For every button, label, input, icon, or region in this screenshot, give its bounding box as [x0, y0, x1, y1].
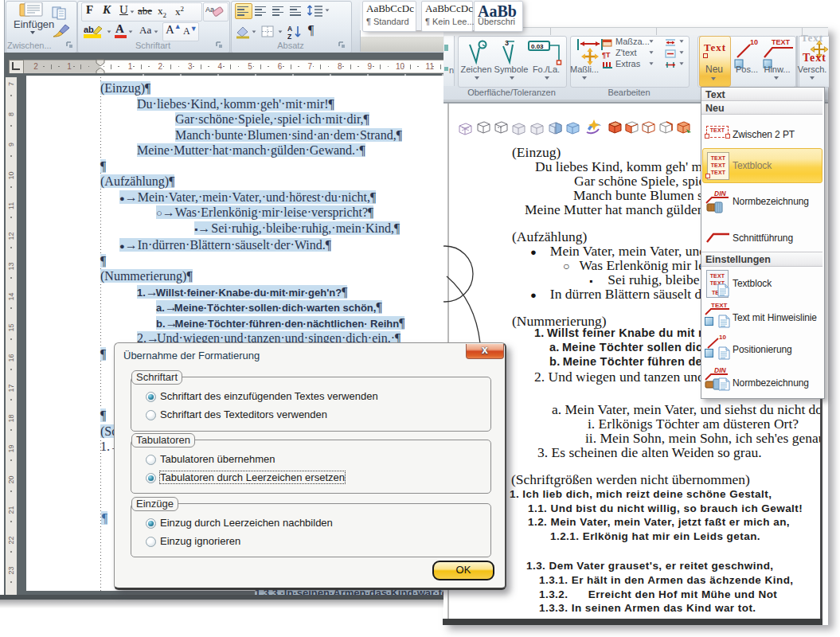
- svg-text:DIN: DIN: [714, 366, 727, 374]
- svg-text:10: 10: [719, 334, 726, 341]
- svg-text:3: 3: [505, 39, 509, 47]
- svg-text:DIN: DIN: [714, 190, 727, 197]
- svg-text:10: 10: [750, 38, 758, 46]
- svg-text:TEXT: TEXT: [772, 38, 791, 46]
- svg-text:¶T: ¶T: [602, 51, 611, 59]
- svg-text:TEXT: TEXT: [711, 302, 728, 309]
- svg-text:0.03: 0.03: [531, 43, 544, 50]
